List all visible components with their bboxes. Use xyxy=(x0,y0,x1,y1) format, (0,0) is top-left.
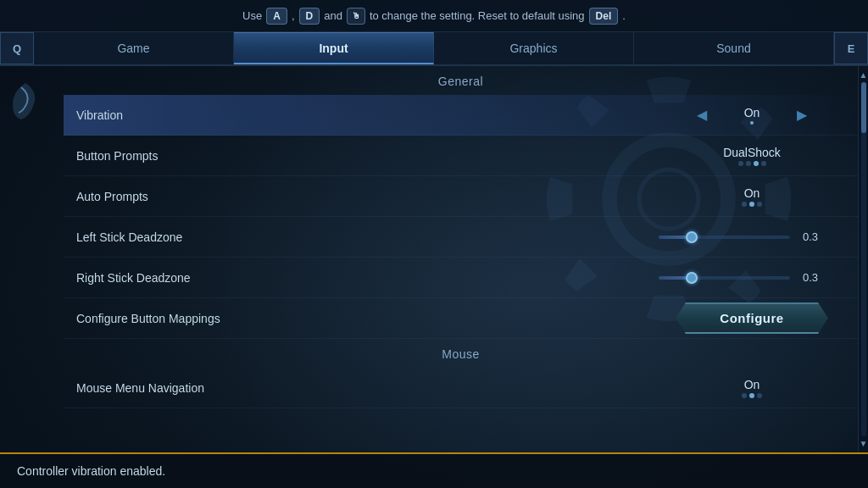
vibration-value-container: On xyxy=(718,106,786,125)
left-deadzone-track[interactable] xyxy=(659,236,790,239)
tab-input[interactable]: Input xyxy=(234,32,434,64)
scroll-up-arrow[interactable]: ▲ xyxy=(860,70,868,80)
right-deadzone-track[interactable] xyxy=(659,276,790,280)
scroll-down-arrow[interactable]: ▼ xyxy=(860,439,868,448)
button-prompts-dots xyxy=(718,161,786,166)
scroll-bar-thumb[interactable] xyxy=(861,82,866,133)
mouse-nav-value-container: On xyxy=(718,378,786,398)
tab-game[interactable]: Game xyxy=(34,32,234,64)
button-prompts-row: Button Prompts DualShock xyxy=(64,136,858,176)
tab-prev-button[interactable]: Q xyxy=(0,32,34,64)
configure-btn-wrapper: Configure xyxy=(659,302,845,334)
key-d-badge: D xyxy=(299,8,320,25)
auto-dot-2 xyxy=(749,202,754,207)
instruction-period: . xyxy=(622,9,626,22)
left-stick-deadzone-label: Left Stick Deadzone xyxy=(76,230,659,244)
content-area: General Vibration ◀ On ▶ xyxy=(0,66,868,452)
right-stick-deadzone-label: Right Stick Deadzone xyxy=(76,271,659,285)
dot-1 xyxy=(738,161,743,166)
mouse-dot-2 xyxy=(749,393,754,398)
vibration-control: ◀ On ▶ xyxy=(659,106,845,125)
dot-2 xyxy=(746,161,751,166)
instruction-text2: and xyxy=(324,9,342,22)
instruction-text1: Use xyxy=(242,9,262,22)
tabs-container: Game Input Graphics Sound xyxy=(34,32,834,64)
auto-prompts-value: On xyxy=(718,186,786,200)
right-stick-deadzone-control: 0.3 xyxy=(659,271,845,284)
configure-button[interactable]: Configure xyxy=(676,302,828,334)
status-bar: Controller vibration enabled. xyxy=(0,452,868,488)
button-prompts-value-container: DualShock xyxy=(718,146,786,166)
mouse-nav-value: On xyxy=(718,378,786,391)
mouse-dot-1 xyxy=(742,393,747,398)
left-decoration xyxy=(0,66,64,452)
main-container: Use A , D and 🖱 to change the setting. R… xyxy=(0,0,868,488)
dot-4 xyxy=(761,161,766,166)
tab-graphics[interactable]: Graphics xyxy=(434,32,634,64)
general-section-header: General xyxy=(64,66,858,95)
tab-row: Q Game Input Graphics Sound E xyxy=(0,32,868,66)
tab-next-button[interactable]: E xyxy=(834,32,868,64)
mouse-nav-label: Mouse Menu Navigation xyxy=(76,381,659,395)
mouse-nav-row: Mouse Menu Navigation On xyxy=(64,368,858,408)
mouse-nav-dots xyxy=(718,393,786,398)
dot-3 xyxy=(754,161,759,166)
settings-panel: General Vibration ◀ On ▶ xyxy=(64,66,858,452)
button-prompts-value: DualShock xyxy=(718,146,786,159)
auto-dot-1 xyxy=(742,202,747,207)
vibration-left-arrow[interactable]: ◀ xyxy=(693,107,711,123)
right-stick-deadzone-row: Right Stick Deadzone 0.3 xyxy=(64,258,858,298)
auto-prompts-value-container: On xyxy=(718,186,786,207)
scroll-indicator: ▲ ▼ xyxy=(858,66,868,452)
right-deadzone-thumb[interactable] xyxy=(686,272,698,284)
key-ctrl-badge: 🖱 xyxy=(347,8,365,25)
instruction-bar: Use A , D and 🖱 to change the setting. R… xyxy=(0,0,868,32)
configure-mappings-label: Configure Button Mappings xyxy=(76,312,659,325)
vibration-right-arrow[interactable]: ▶ xyxy=(793,107,811,123)
right-deadzone-value: 0.3 xyxy=(797,271,818,284)
vibration-value: On xyxy=(718,106,786,119)
auto-dot-3 xyxy=(757,202,762,207)
tab-sound[interactable]: Sound xyxy=(634,32,834,64)
status-text: Controller vibration enabled. xyxy=(17,464,165,478)
key-a-badge: A xyxy=(266,8,287,25)
button-prompts-control: DualShock xyxy=(659,146,845,166)
settings-scroll[interactable]: General Vibration ◀ On ▶ xyxy=(64,66,858,452)
left-stick-deadzone-control: 0.3 xyxy=(659,230,845,243)
instruction-text3: to change the setting. Reset to default … xyxy=(370,9,585,22)
auto-prompts-dots xyxy=(718,202,786,207)
key-del-badge: Del xyxy=(589,8,619,25)
vibration-row: Vibration ◀ On ▶ xyxy=(64,95,858,136)
auto-prompts-row: Auto Prompts On xyxy=(64,176,858,217)
button-prompts-label: Button Prompts xyxy=(76,149,659,163)
scroll-bar-background xyxy=(861,82,866,436)
configure-mappings-row: Configure Button Mappings Configure xyxy=(64,298,858,339)
mouse-nav-control: On xyxy=(659,378,845,398)
auto-prompts-label: Auto Prompts xyxy=(76,190,659,203)
mouse-section-header: Mouse xyxy=(64,339,858,368)
left-stick-deadzone-row: Left Stick Deadzone 0.3 xyxy=(64,217,858,258)
auto-prompts-control: On xyxy=(659,186,845,207)
mouse-dot-3 xyxy=(757,393,762,398)
vibration-label: Vibration xyxy=(76,108,659,122)
left-deadzone-value: 0.3 xyxy=(797,230,818,243)
instruction-comma1: , xyxy=(292,9,295,22)
left-deadzone-thumb[interactable] xyxy=(686,231,698,243)
